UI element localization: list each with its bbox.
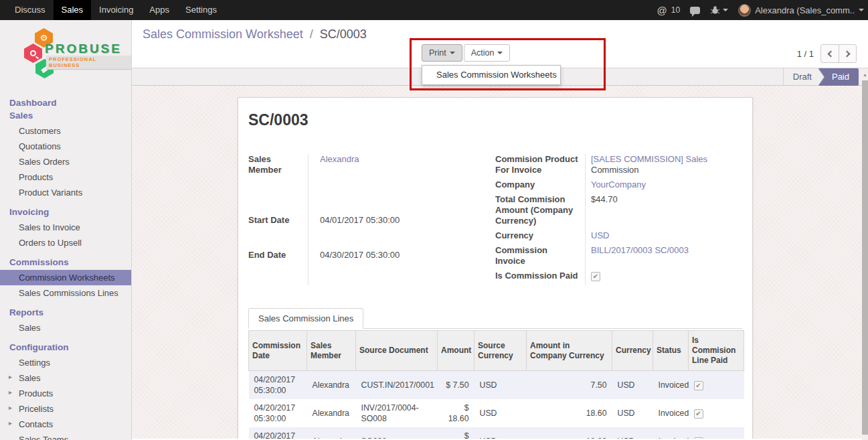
toolbar-buttons: Print Action <box>422 44 510 62</box>
menu-sales[interactable]: Sales <box>54 0 92 20</box>
form-view-background: SC/0003 Sales Member Alexandra Start Dat… <box>132 86 868 439</box>
sidebar-item-commission-worksheets[interactable]: Commission Worksheets <box>0 270 131 285</box>
line-paid-checkbox: ✔ <box>694 409 703 419</box>
caret-down-icon <box>723 9 728 11</box>
field-value-commission-product[interactable]: [SALES COMMISSION] Sales <box>591 154 707 164</box>
scrollbar-thumb[interactable] <box>862 80 868 435</box>
field-label-start-date: Start Date <box>248 215 308 250</box>
cell-status: Invoiced <box>653 371 689 400</box>
sidebar-heading-configuration[interactable]: Configuration <box>0 340 131 355</box>
user-name: Alexandra (Sales_comm.. <box>755 5 855 15</box>
activities-button[interactable]: @ 10 <box>657 5 681 16</box>
user-menu[interactable]: Alexandra (Sales_comm.. <box>738 4 864 17</box>
mention-count: 10 <box>671 5 680 15</box>
print-button[interactable]: Print <box>422 44 462 62</box>
menu-discuss[interactable]: Discuss <box>7 0 54 20</box>
menu-invoicing[interactable]: Invoicing <box>91 0 141 20</box>
sidebar-item-customers[interactable]: Customers <box>0 123 131 139</box>
field-value-total-commission: $44.70 <box>585 194 742 230</box>
menu-apps[interactable]: Apps <box>141 0 177 20</box>
cell-status: Invoiced <box>653 427 689 439</box>
sidebar-item-orders-to-upsell[interactable]: Orders to Upsell <box>0 235 131 250</box>
cell-sales-member: Alexandra <box>307 371 356 400</box>
sidebar-item-config-sales[interactable]: ▸Sales <box>0 370 131 386</box>
sidebar-heading-reports[interactable]: Reports <box>0 305 131 320</box>
field-value-commission-invoice[interactable]: BILL/2017/0003 SC/0003 <box>591 245 689 255</box>
sidebar-item-products[interactable]: Products <box>0 169 131 185</box>
cell-currency: USD <box>612 427 653 439</box>
sidebar-item-config-settings[interactable]: Settings <box>0 355 131 370</box>
sidebar-item-sales-orders[interactable]: Sales Orders <box>0 154 131 169</box>
sidebar-item-config-contacts[interactable]: ▸Contacts <box>0 417 131 432</box>
expand-arrow-icon: ▸ <box>9 404 12 411</box>
breadcrumb-parent-link[interactable]: Sales Commission Worksheet <box>143 27 303 41</box>
cell-source-document: CUST.IN/2017/0001 <box>356 371 438 400</box>
expand-arrow-icon: ▸ <box>9 388 12 396</box>
logo-title: PROBUSE <box>45 42 122 56</box>
menu-settings[interactable]: Settings <box>177 0 225 20</box>
cell-amount: $ 18.60 <box>438 427 474 439</box>
pager-previous-button[interactable] <box>821 45 839 62</box>
field-label-commission-product: Commision Product For Invoice <box>495 154 585 179</box>
cell-sales-member: Alexandra <box>307 427 356 439</box>
debug-menu[interactable] <box>710 5 728 15</box>
cell-status: Invoiced <box>653 399 689 427</box>
cell-amount-company: 18.60 <box>527 399 612 427</box>
cell-commission-date: 04/20/2017 05:30:00 <box>249 399 307 427</box>
cell-amount: $ 7.50 <box>438 371 474 400</box>
expand-arrow-icon: ▸ <box>9 419 12 427</box>
field-value-start-date: 04/01/2017 05:30:00 <box>308 215 495 250</box>
col-header-amount-company-currency: Amount in Company Currency <box>527 331 612 371</box>
chevron-left-icon <box>828 50 835 57</box>
action-button[interactable]: Action <box>464 44 511 62</box>
vertical-scrollbar[interactable]: ▲ <box>862 69 868 440</box>
sidebar-item-config-products[interactable]: ▸Products <box>0 386 131 401</box>
sidebar-item-quotations[interactable]: Quotations <box>0 139 131 154</box>
col-header-sales-member: Sales Member <box>307 331 356 371</box>
field-value-sales-member[interactable]: Alexandra <box>320 154 359 164</box>
sidebar-heading-sales[interactable]: Sales <box>0 111 131 123</box>
cell-amount: $ 18.60 <box>438 399 474 427</box>
top-navigation-bar: Discuss Sales Invoicing Apps Settings @ … <box>0 0 868 20</box>
sidebar-item-dashboard[interactable]: Dashboard <box>0 95 131 111</box>
field-value-currency[interactable]: USD <box>591 230 609 240</box>
cell-amount-company: 18.60 <box>527 427 612 439</box>
print-menu-item-sales-commission-worksheets[interactable]: Sales Commission Worksheets <box>422 66 560 84</box>
cell-commission-date: 04/20/2017 10:35:53 <box>249 427 307 439</box>
mentions-icon: @ <box>657 5 667 16</box>
messages-icon[interactable] <box>690 7 700 14</box>
sidebar-item-sales-commissions-lines[interactable]: Sales Commissions Lines <box>0 285 131 301</box>
pager-next-button[interactable] <box>839 45 856 62</box>
status-state-draft[interactable]: Draft <box>783 68 818 86</box>
field-label-is-commission-paid: Is Commission Paid <box>495 271 585 285</box>
status-state-paid[interactable]: Paid <box>818 68 859 86</box>
cell-source-currency: USD <box>474 399 527 427</box>
field-value-end-date: 04/30/2017 05:30:00 <box>308 250 495 285</box>
bug-icon <box>710 5 720 15</box>
sidebar-heading-invoicing[interactable]: Invoicing <box>0 204 131 220</box>
sidebar-item-config-pricelists[interactable]: ▸Pricelists <box>0 401 131 417</box>
cell-source-document: SO008 <box>356 427 438 439</box>
table-row[interactable]: 04/20/2017 10:35:53 Alexandra SO008 $ 18… <box>249 427 744 439</box>
sidebar-heading-commissions[interactable]: Commissions <box>0 254 131 270</box>
sidebar-item-sales-teams[interactable]: Sales Teams <box>0 432 131 440</box>
tab-sales-commission-lines[interactable]: Sales Commission Lines <box>248 308 363 329</box>
line-paid-checkbox: ✔ <box>694 437 703 439</box>
notebook: Sales Commission Lines Commission Date S… <box>248 307 742 439</box>
breadcrumb-current: SC/0003 <box>320 27 367 41</box>
cell-source-document: INV/2017/0004-SO008 <box>356 399 438 427</box>
cell-currency: USD <box>612 371 653 400</box>
scrollbar-up-arrow[interactable]: ▲ <box>862 69 868 80</box>
col-header-status: Status <box>653 331 689 371</box>
is-commission-paid-checkbox: ✔ <box>591 272 600 281</box>
field-label-company: Company <box>495 179 585 194</box>
tab-bar: Sales Commission Lines <box>248 307 742 329</box>
sidebar-item-reports-sales[interactable]: Sales <box>0 320 131 336</box>
field-value-company[interactable]: YourCompany <box>591 179 646 190</box>
table-row[interactable]: 04/20/2017 05:30:00 Alexandra CUST.IN/20… <box>249 371 744 400</box>
table-row[interactable]: 04/20/2017 05:30:00 Alexandra INV/2017/0… <box>249 399 744 427</box>
sidebar-item-sales-to-invoice[interactable]: Sales to Invoice <box>0 220 131 235</box>
sidebar-item-product-variants[interactable]: Product Variants <box>0 185 131 200</box>
record-title: SC/0003 <box>248 111 742 129</box>
breadcrumb: Sales Commission Worksheet / SC/0003 <box>143 27 367 42</box>
